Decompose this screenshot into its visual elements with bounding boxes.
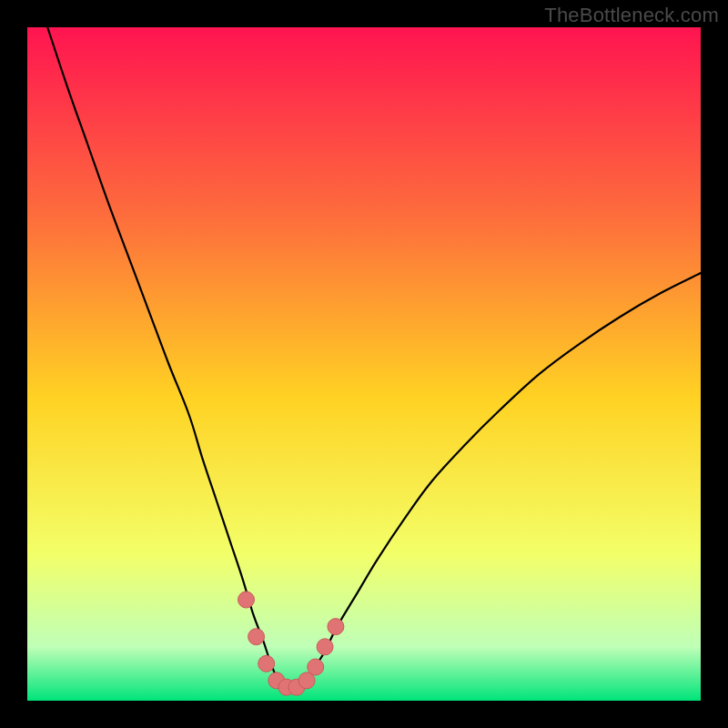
marker-point bbox=[317, 639, 333, 655]
marker-point bbox=[258, 655, 275, 672]
marker-point bbox=[238, 592, 255, 608]
watermark-label: TheBottleneck.com bbox=[544, 4, 719, 27]
chart-outer-frame: TheBottleneck.com bbox=[0, 0, 728, 728]
marker-point bbox=[328, 619, 344, 635]
plot-area bbox=[27, 27, 701, 701]
marker-point bbox=[248, 629, 265, 645]
gradient-background bbox=[27, 27, 701, 701]
marker-point bbox=[308, 659, 324, 675]
plot-svg bbox=[27, 27, 701, 701]
